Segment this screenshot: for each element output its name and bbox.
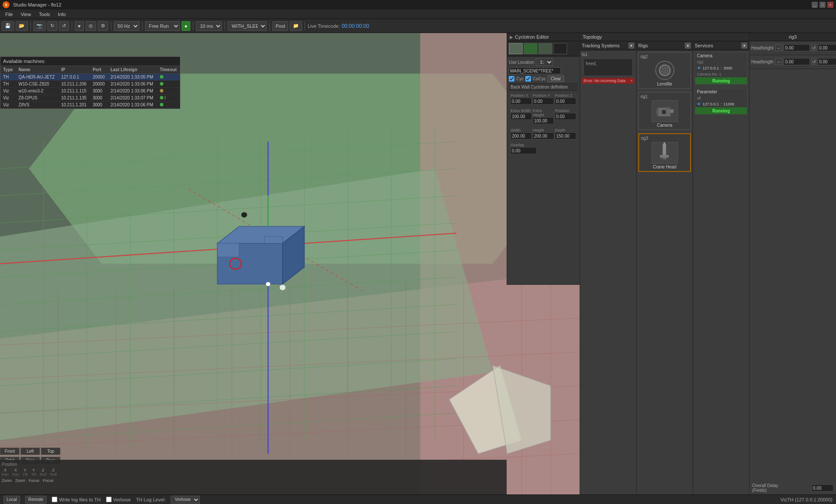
- post-folder-button[interactable]: 📁: [290, 21, 302, 31]
- toolbar-separator: [30, 22, 31, 30]
- height-input[interactable]: [533, 132, 554, 139]
- rig3-card[interactable]: rig3 Crane Head: [638, 133, 691, 172]
- cell-timeout: [157, 102, 180, 109]
- cyc-label: Cyc: [516, 76, 524, 81]
- menu-info[interactable]: Info: [54, 11, 69, 18]
- cocyc-checkbox[interactable]: [525, 76, 531, 82]
- menu-view[interactable]: View: [17, 11, 35, 18]
- pos-y-tilt: Y Tilt: [23, 468, 28, 477]
- focus2-label: Focus: [43, 478, 54, 483]
- local-button[interactable]: Local: [3, 496, 20, 504]
- use-location-select[interactable]: 3.x: [536, 58, 553, 66]
- cell-port: 3000: [90, 88, 108, 95]
- sleep-select[interactable]: WITH_SLEEP: [228, 21, 267, 31]
- overall-delay-label: Overall Delay (Fields): [752, 483, 783, 493]
- window-controls[interactable]: _ □ ×: [812, 2, 833, 8]
- rigs-menu-icon[interactable]: ●: [685, 43, 691, 49]
- menu-file[interactable]: File: [2, 11, 17, 18]
- pos-x-pan2: X Pan: [12, 468, 19, 477]
- clear-button[interactable]: Clear: [547, 76, 564, 82]
- error-close-icon[interactable]: ×: [630, 79, 633, 83]
- table-row[interactable]: TH W10-CSE-Z820 10.211.1.206 20000 2/14/…: [0, 81, 180, 88]
- cyc-thumb-1[interactable]: [509, 43, 523, 54]
- close-button[interactable]: ×: [827, 2, 833, 8]
- write-log-checkbox[interactable]: [52, 497, 57, 502]
- pos-x2-sublabel: Pan: [12, 472, 19, 477]
- pos-x-field-label: Position X: [511, 93, 532, 98]
- svg-rect-66: [660, 155, 669, 158]
- width-input[interactable]: [511, 132, 532, 139]
- ts1-section: ts1 freed, Error: No incoming Data ×: [580, 50, 636, 86]
- rig1-card[interactable]: rig1 Camera: [638, 92, 691, 130]
- titlebar: S Studio Manager - flo12 _ □ ×: [0, 0, 836, 10]
- left-view-button[interactable]: Left: [20, 448, 40, 455]
- pos-y-sublabel: Tilt: [23, 472, 28, 477]
- cyc-thumb-3[interactable]: [538, 43, 552, 54]
- overall-delay-section: Overall Delay (Fields): [750, 481, 836, 494]
- rig2-card[interactable]: rig2 Lensfile: [638, 52, 691, 89]
- scene-input[interactable]: [509, 67, 561, 74]
- headlength-input[interactable]: [784, 58, 810, 65]
- pos-x-input[interactable]: [511, 98, 532, 105]
- post-button[interactable]: Post: [272, 21, 288, 31]
- cell-type: Viz: [0, 88, 16, 95]
- remote-button[interactable]: Remote: [25, 496, 46, 504]
- tracking-menu-icon[interactable]: ●: [628, 43, 634, 49]
- rigs-col: Rigs ● rig2 Lensfile: [637, 41, 693, 494]
- table-row[interactable]: Viz Z8VS 10.211.1.201 3000 2/14/2020 1:3…: [0, 102, 180, 109]
- open-button[interactable]: 📂: [16, 21, 28, 31]
- cell-timeout: [157, 95, 180, 102]
- verbose-checkbox[interactable]: [106, 497, 112, 502]
- table-row[interactable]: Viz Z8-OPUS 10.211.1.135 3000 2/14/2020 …: [0, 95, 180, 102]
- minimize-button[interactable]: _: [812, 2, 818, 8]
- delay-select[interactable]: 10 ms: [196, 21, 222, 31]
- extra-width-input[interactable]: [511, 113, 532, 120]
- col-name: Name: [16, 66, 59, 74]
- maximize-button[interactable]: □: [819, 2, 826, 8]
- viewport[interactable]: Available machines: Type Name IP Port La…: [0, 33, 580, 494]
- extra-width-field: Extra Width: [511, 109, 532, 124]
- cocyc-label: CoCyc: [533, 76, 546, 81]
- status-indicator: [160, 82, 163, 86]
- th-log-select[interactable]: Verbose: [171, 496, 200, 504]
- headlength-reset-button[interactable]: ↺: [812, 58, 816, 65]
- settings-button[interactable]: ⚙: [98, 21, 108, 31]
- table-row[interactable]: TH QA-HER-AU-JETZ 127.0.0.1 20000 2/14/2…: [0, 74, 180, 81]
- record-button[interactable]: ●: [182, 21, 191, 31]
- crane-svg: [654, 142, 676, 164]
- extra-height-input[interactable]: [533, 117, 554, 124]
- cyc-thumb-4[interactable]: [553, 43, 567, 54]
- fps-select[interactable]: 50 Hz: [114, 21, 139, 31]
- menu-tools[interactable]: Tools: [35, 11, 53, 18]
- headlength-val2[interactable]: [818, 58, 836, 65]
- save-button[interactable]: 💾: [2, 21, 14, 31]
- cyc-checkbox[interactable]: [509, 76, 514, 82]
- pos-z-input[interactable]: [555, 98, 576, 105]
- pos-y2-sublabel: Tilt: [31, 472, 36, 477]
- cyc-thumb-2[interactable]: [524, 43, 537, 54]
- cyc-location-row: Use Location 3.x: [509, 58, 578, 66]
- services-menu-icon[interactable]: ●: [741, 43, 747, 49]
- pos-y-input[interactable]: [533, 98, 554, 105]
- overall-delay-input[interactable]: [812, 484, 833, 491]
- zoom-label: Zoom: [2, 478, 12, 483]
- snapshot-button[interactable]: 📷: [33, 21, 46, 31]
- services-title: Services: [695, 43, 713, 48]
- lensfile-svg: [658, 64, 671, 77]
- top-view-button[interactable]: Top: [41, 448, 60, 455]
- reload-button[interactable]: ↺: [59, 21, 69, 31]
- front-view-button[interactable]: Front: [0, 448, 20, 455]
- headheight-reset-button[interactable]: ↺: [812, 44, 816, 51]
- headheight-val2[interactable]: [818, 44, 836, 51]
- circle-button[interactable]: ◎: [86, 21, 96, 31]
- camera-no-val: 1: [719, 72, 721, 76]
- headheight-input[interactable]: [784, 44, 810, 51]
- rotation-input[interactable]: [555, 113, 576, 120]
- pos-y-tilt2: Y Tilt: [31, 468, 36, 477]
- heart-button[interactable]: ♥: [75, 21, 84, 31]
- table-row[interactable]: Viz w10-xmio3-2 10.211.1.115 3000 2/14/2…: [0, 88, 180, 95]
- depth-input[interactable]: [555, 132, 576, 139]
- overlap-input[interactable]: [511, 147, 537, 154]
- mode-select[interactable]: Free Run: [145, 21, 180, 31]
- refresh-button[interactable]: ↻: [47, 21, 57, 31]
